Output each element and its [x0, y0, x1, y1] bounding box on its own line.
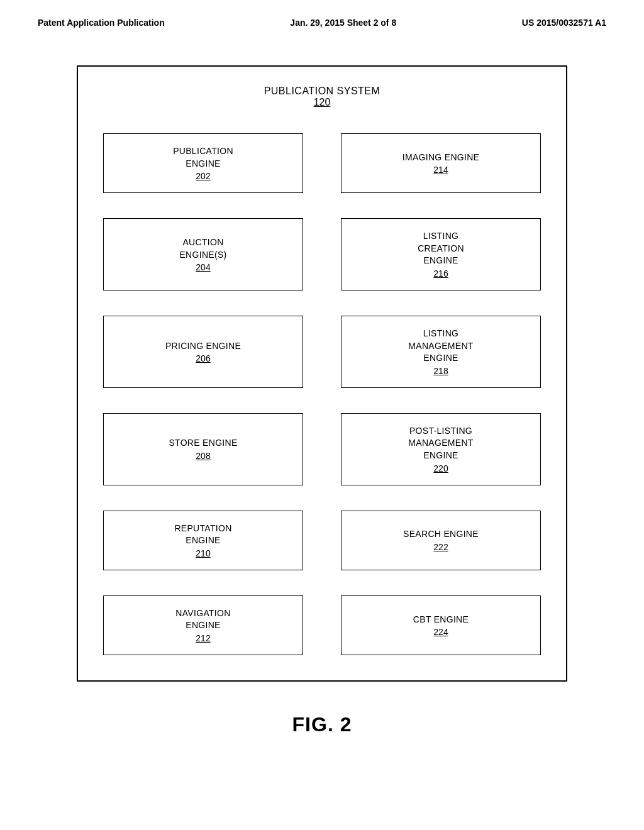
engine-grid: PUBLICATIONENGINE 202 IMAGING ENGINE 214… — [103, 133, 541, 655]
engine-num-post-listing: 220 — [433, 463, 448, 473]
engine-box-reputation: REPUTATIONENGINE 210 — [103, 511, 303, 570]
system-title: PUBLICATION SYSTEM 120 — [103, 86, 541, 108]
header-center: Jan. 29, 2015 Sheet 2 of 8 — [290, 18, 396, 28]
header-left: Patent Application Publication — [38, 18, 165, 28]
engine-label-pricing: PRICING ENGINE — [165, 340, 241, 353]
engine-num-navigation: 212 — [196, 633, 210, 643]
engine-label-listing-management: LISTINGMANAGEMENTENGINE — [408, 328, 473, 365]
engine-box-post-listing: POST-LISTINGMANAGEMENTENGINE 220 — [341, 413, 541, 485]
engine-label-publication: PUBLICATIONENGINE — [173, 145, 233, 170]
engine-label-navigation: NAVIGATIONENGINE — [175, 607, 230, 632]
engine-num-reputation: 210 — [196, 548, 210, 558]
engine-box-pricing: PRICING ENGINE 206 — [103, 316, 303, 388]
engine-num-publication: 202 — [196, 171, 210, 181]
engine-label-imaging: IMAGING ENGINE — [402, 152, 479, 164]
engine-box-imaging: IMAGING ENGINE 214 — [341, 133, 541, 193]
header-right: US 2015/0032571 A1 — [522, 18, 606, 28]
engine-num-store: 208 — [196, 451, 210, 461]
system-label: PUBLICATION SYSTEM — [264, 86, 380, 96]
engine-num-listing-creation: 216 — [433, 268, 448, 279]
engine-box-listing-creation: LISTINGCREATIONENGINE 216 — [341, 218, 541, 290]
publication-system-diagram: PUBLICATION SYSTEM 120 PUBLICATIONENGINE… — [77, 65, 567, 682]
engine-num-search: 222 — [433, 542, 448, 552]
engine-box-listing-management: LISTINGMANAGEMENTENGINE 218 — [341, 316, 541, 388]
engine-label-search: SEARCH ENGINE — [403, 528, 479, 541]
engine-box-search: SEARCH ENGINE 222 — [341, 511, 541, 570]
engine-label-store: STORE ENGINE — [169, 437, 237, 450]
engine-box-navigation: NAVIGATIONENGINE 212 — [103, 595, 303, 655]
engine-label-post-listing: POST-LISTINGMANAGEMENTENGINE — [408, 425, 473, 462]
engine-label-cbt: CBT ENGINE — [413, 614, 469, 626]
system-num: 120 — [103, 97, 541, 108]
engine-num-auction: 204 — [196, 262, 210, 272]
engine-box-cbt: CBT ENGINE 224 — [341, 595, 541, 655]
engine-label-reputation: REPUTATIONENGINE — [174, 523, 231, 547]
engine-box-store: STORE ENGINE 208 — [103, 413, 303, 485]
figure-label: FIG. 2 — [0, 713, 644, 736]
engine-num-pricing: 206 — [196, 353, 210, 363]
engine-num-imaging: 214 — [433, 165, 448, 175]
engine-num-listing-management: 218 — [433, 366, 448, 376]
engine-label-auction: AUCTIONENGINE(S) — [179, 236, 226, 261]
engine-num-cbt: 224 — [433, 627, 448, 637]
engine-box-auction: AUCTIONENGINE(S) 204 — [103, 218, 303, 290]
page-header: Patent Application Publication Jan. 29, … — [0, 0, 644, 28]
engine-box-publication: PUBLICATIONENGINE 202 — [103, 133, 303, 193]
engine-label-listing-creation: LISTINGCREATIONENGINE — [418, 230, 464, 267]
